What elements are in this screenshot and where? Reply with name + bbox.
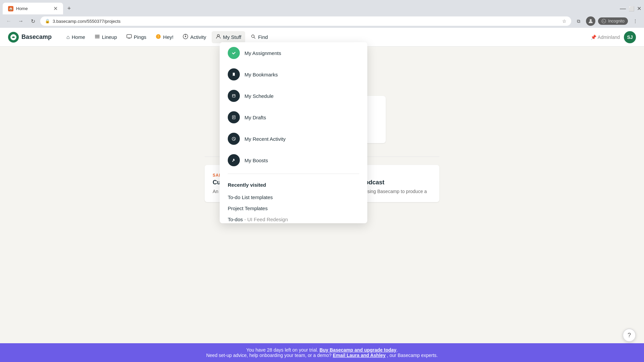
my-schedule-icon: [228, 90, 240, 102]
help-button[interactable]: ?: [623, 328, 636, 342]
dropdown-item-my-drafts[interactable]: My Drafts: [220, 107, 367, 128]
my-recent-activity-icon: [228, 133, 240, 145]
my-drafts-icon: [228, 111, 240, 123]
svg-text:!: !: [158, 35, 159, 39]
my-assignments-icon: [228, 47, 240, 59]
nav-item-pings-label: Pings: [134, 34, 147, 40]
my-schedule-label: My Schedule: [245, 93, 274, 99]
my-drafts-label: My Drafts: [245, 115, 266, 120]
more-options-button[interactable]: ⋮: [631, 16, 640, 26]
forward-button[interactable]: →: [16, 16, 25, 26]
new-tab-button[interactable]: +: [64, 4, 74, 13]
svg-point-30: [232, 161, 233, 162]
recently-visited-title: Recently visited: [228, 182, 359, 188]
banner-link-email[interactable]: Email Laura and Ashley: [333, 353, 385, 358]
minimize-button[interactable]: —: [620, 5, 626, 12]
banner-text-1: You have 28 days left on your trial.: [246, 347, 318, 353]
my-boosts-label: My Boosts: [245, 158, 268, 163]
dropdown-item-my-recent-activity[interactable]: My Recent Activity: [220, 128, 367, 149]
banner-period: .: [396, 347, 398, 353]
svg-point-15: [231, 50, 236, 56]
adminland-label: Adminland: [598, 35, 620, 40]
my-bookmarks-label: My Bookmarks: [245, 72, 278, 77]
dropdown-divider: [228, 174, 359, 174]
lineup-icon: [95, 34, 100, 41]
nav-item-home-label: Home: [72, 34, 85, 40]
user-initials: SJ: [627, 35, 633, 40]
tab-favicon: 🏠: [8, 6, 13, 11]
address-text: 3.basecamp.com/5550377/projects: [53, 19, 559, 24]
bottom-banner: You have 28 days left on your trial. Buy…: [0, 343, 644, 362]
recent-link-todos-ui[interactable]: To-dos - UI Feed Redesign: [228, 214, 359, 223]
nav-item-activity[interactable]: Activity: [179, 31, 210, 43]
nav-item-find[interactable]: Find: [247, 31, 272, 43]
dropdown-item-my-bookmarks[interactable]: My Bookmarks: [220, 64, 367, 85]
svg-point-12: [217, 35, 219, 37]
bookmark-icon[interactable]: ☆: [562, 18, 567, 24]
pin-icon: 📌: [591, 35, 596, 40]
nav-item-mystuff-label: My Stuff: [223, 34, 241, 40]
recent-link-project-templates[interactable]: Project Templates: [228, 203, 359, 214]
back-button[interactable]: ←: [4, 16, 13, 26]
dropdown-item-my-assignments[interactable]: My Assignments: [220, 42, 367, 64]
lock-icon: 🔒: [45, 19, 50, 23]
tab-close-button[interactable]: ✕: [53, 5, 58, 12]
home-icon: ⌂: [66, 34, 70, 40]
incognito-indicator: Incognito: [598, 17, 628, 25]
svg-point-10: [185, 36, 186, 37]
nav-item-hey-label: Hey!: [163, 34, 173, 40]
nav-item-pings[interactable]: Pings: [122, 31, 151, 43]
svg-rect-4: [95, 36, 100, 37]
svg-point-13: [252, 35, 254, 38]
address-bar[interactable]: 🔒 3.basecamp.com/5550377/projects ☆: [40, 16, 571, 26]
banner-link-buy[interactable]: Buy Basecamp and upgrade today: [319, 347, 396, 353]
maximize-button[interactable]: ⬜: [629, 6, 634, 11]
svg-rect-6: [127, 35, 131, 38]
my-recent-activity-label: My Recent Activity: [245, 136, 286, 142]
recent-link-todo-templates[interactable]: To-do List templates: [228, 192, 359, 203]
browser-tab[interactable]: 🏠 Home ✕: [3, 3, 63, 14]
nav-item-activity-label: Activity: [190, 34, 206, 40]
mystuff-icon: [216, 34, 221, 41]
svg-rect-5: [95, 38, 100, 38]
svg-rect-3: [95, 35, 100, 36]
dropdown-item-my-boosts[interactable]: My Boosts: [220, 149, 367, 171]
my-boosts-icon: [228, 154, 240, 166]
find-icon: [251, 34, 256, 41]
adminland-link[interactable]: 📌 Adminland: [591, 35, 620, 40]
my-bookmarks-icon: [228, 68, 240, 80]
svg-line-14: [254, 37, 255, 39]
bc-logo-icon: [8, 32, 19, 43]
banner-text-3: , our Basecamp experts.: [387, 353, 438, 358]
hey-icon: !: [156, 34, 161, 41]
user-profile-button[interactable]: [586, 16, 595, 26]
nav-item-lineup[interactable]: Lineup: [91, 31, 121, 43]
nav-item-find-label: Find: [258, 34, 268, 40]
nav-item-lineup-label: Lineup: [102, 34, 117, 40]
close-window-button[interactable]: ✕: [637, 5, 641, 12]
my-assignments-label: My Assignments: [245, 50, 281, 56]
svg-point-0: [590, 19, 592, 21]
nav-item-home[interactable]: ⌂ Home: [62, 32, 89, 43]
nav-item-hey[interactable]: ! Hey!: [152, 31, 177, 43]
user-avatar[interactable]: SJ: [624, 31, 636, 43]
svg-point-17: [231, 93, 236, 99]
dropdown-item-my-schedule[interactable]: My Schedule: [220, 85, 367, 107]
bc-logo[interactable]: Basecamp: [8, 32, 52, 43]
tab-title: Home: [16, 6, 28, 11]
refresh-button[interactable]: ↻: [28, 16, 38, 26]
nav-item-mystuff[interactable]: My Stuff: [212, 31, 246, 43]
incognito-label: Incognito: [608, 19, 625, 23]
banner-text-2: Need set-up advice, help onboarding your…: [206, 353, 332, 358]
activity-icon: [183, 34, 188, 41]
split-screen-button[interactable]: ⧉: [574, 16, 583, 26]
pings-icon: [126, 34, 132, 41]
recently-visited-section: Recently visited To-do List templates Pr…: [220, 177, 367, 223]
my-stuff-dropdown: My Assignments My Bookmarks My Schedule …: [220, 42, 367, 223]
nav-items: ⌂ Home Lineup Pings ! Hey! Activity: [62, 31, 591, 43]
bc-logo-text: Basecamp: [21, 34, 52, 41]
